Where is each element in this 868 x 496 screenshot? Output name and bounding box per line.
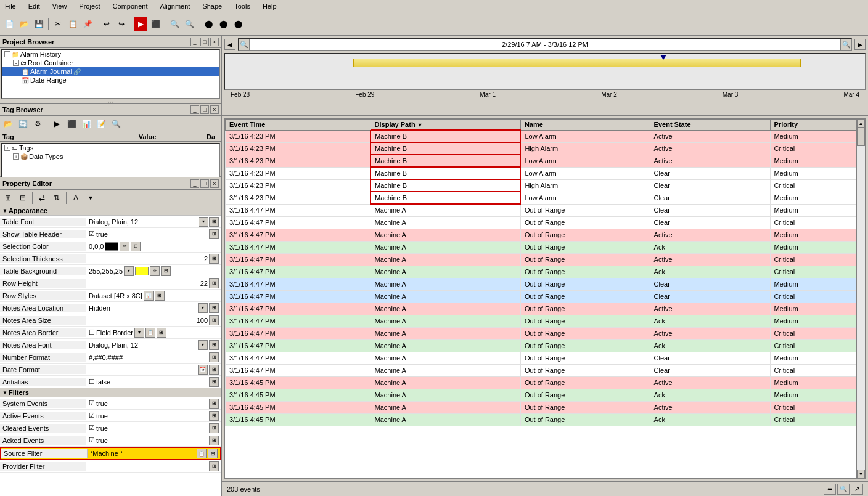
align-left-btn[interactable]: ⬤ (202, 17, 215, 31)
search-zoom-icon[interactable]: 🔍 (840, 39, 851, 50)
acked-events-action[interactable]: ⊞ (209, 436, 219, 445)
expand-alarm-history[interactable]: - (4, 51, 10, 57)
table-row[interactable]: 3/1/16 4:45 PMMachine AOut of RangeAckMe… (226, 389, 856, 401)
th-priority[interactable]: Priority (770, 120, 856, 131)
tree-item-root-container[interactable]: - 🗂 Root Container (2, 59, 219, 67)
prop-tb-4[interactable]: ⇅ (50, 191, 63, 205)
tag-tb-4[interactable]: ▶ (50, 117, 63, 131)
prop-value[interactable]: ⊞ (86, 461, 221, 472)
table-row[interactable]: 3/1/16 4:47 PMMachine AOut of RangeActiv… (226, 229, 856, 241)
menu-tools[interactable]: Tools (232, 2, 253, 10)
notes-border-edit[interactable]: 📋 (145, 328, 155, 338)
prop-value[interactable]: ☑ true ⊞ (86, 398, 221, 409)
tree-item-alarm-history[interactable]: - 📁 Alarm History (2, 50, 219, 59)
table-container[interactable]: Event Time Display Path ▼ Name Event Sta… (225, 119, 856, 478)
panel-minimize-btn[interactable]: _ (190, 38, 199, 46)
notes-border-action[interactable]: ⊞ (157, 328, 166, 338)
tag-tb-6[interactable]: 📊 (80, 117, 93, 131)
color-swatch[interactable] (105, 242, 118, 251)
table-row[interactable]: 3/1/16 4:23 PMMachine BHigh AlarmClearCr… (226, 179, 856, 192)
timeline-forward-btn[interactable]: ▶ (854, 39, 866, 50)
menu-shape[interactable]: Shape (200, 2, 224, 10)
prop-value[interactable]: 100 ⊞ (86, 315, 221, 326)
panel-close-btn[interactable]: × (210, 38, 219, 46)
prop-value[interactable]: 📅 ⊞ (86, 364, 221, 375)
menu-view[interactable]: View (50, 2, 70, 10)
prop-value[interactable]: 0,0,0 ✏ ⊞ (86, 241, 221, 252)
table-row[interactable]: 3/1/16 4:47 PMMachine AOut of RangeClear… (226, 216, 856, 229)
color-action-btn[interactable]: ⊞ (131, 242, 141, 251)
save-btn[interactable]: 💾 (32, 17, 46, 31)
row-height-action[interactable]: ⊞ (209, 278, 219, 288)
prop-tb-2[interactable]: ⊟ (16, 191, 30, 205)
table-row[interactable]: 3/1/16 4:47 PMMachine AOut of RangeClear… (226, 352, 856, 364)
source-filter-edit[interactable]: 📋 (197, 449, 207, 458)
notes-border-checkbox[interactable]: ☐ (89, 328, 95, 336)
table-scrollbar[interactable]: ▲ ▼ (856, 119, 865, 478)
prop-value[interactable]: Hidden ▾ ⊞ (86, 303, 221, 314)
tag-item-tags[interactable]: + 🏷 Tags (2, 144, 219, 152)
undo-btn[interactable]: ↩ (100, 17, 113, 31)
active-events-checkbox[interactable]: ☑ (89, 412, 95, 420)
paste-btn[interactable]: 📌 (81, 17, 94, 31)
open-btn[interactable]: 📂 (17, 17, 31, 31)
scroll-down-btn[interactable]: ▼ (857, 470, 865, 478)
tag-tb-7[interactable]: 📝 (94, 117, 108, 131)
table-row[interactable]: 3/1/16 4:47 PMMachine AOut of RangeAckMe… (226, 315, 856, 327)
notes-location-dropdown[interactable]: ▾ (198, 303, 208, 313)
tag-tb-5[interactable]: ⬛ (65, 117, 78, 131)
prop-value[interactable]: *Machine * 📋 ⊞ (88, 448, 220, 459)
status-btn-3[interactable]: ↗ (851, 484, 863, 495)
prop-value[interactable]: ☑ true ⊞ (86, 423, 221, 434)
cleared-events-action[interactable]: ⊞ (209, 423, 219, 433)
table-row[interactable]: 3/1/16 4:47 PMMachine AOut of RangeActiv… (226, 253, 856, 266)
appearance-section[interactable]: ▼ Appearance (0, 206, 221, 216)
prop-value[interactable]: 2 ⊞ (86, 253, 221, 264)
prop-value[interactable]: ☑ true ⊞ (86, 435, 221, 446)
timeline-search[interactable]: 🔍 2/29/16 7 AM - 3/3/16 12 PM 🔍 (238, 38, 852, 51)
expand-root[interactable]: - (13, 60, 19, 66)
tag-item-datatypes[interactable]: + 📦 Data Types (2, 152, 219, 161)
prop-float-btn[interactable]: □ (200, 179, 209, 188)
prop-value[interactable]: ☐ Field Border ▾ 📋 ⊞ (86, 327, 221, 338)
cut-btn[interactable]: ✂ (51, 17, 65, 31)
date-format-action[interactable]: ⊞ (209, 365, 219, 375)
copy-btn[interactable]: 📋 (66, 17, 80, 31)
tree-item-date-range[interactable]: 📅 Date Range (2, 76, 219, 84)
table-row[interactable]: 3/1/16 4:45 PMMachine AOut of RangeActiv… (226, 401, 856, 413)
table-row[interactable]: 3/1/16 4:23 PMMachine BHigh AlarmActiveC… (226, 142, 856, 155)
scroll-thumb[interactable] (857, 128, 865, 146)
menu-help[interactable]: Help (260, 2, 279, 10)
show-header-action[interactable]: ⊞ (209, 229, 219, 239)
table-row[interactable]: 3/1/16 4:45 PMMachine AOut of RangeActiv… (226, 376, 856, 389)
tag-close-btn[interactable]: × (210, 105, 219, 114)
status-btn-1[interactable]: ⬅ (824, 484, 836, 495)
prop-tb-3[interactable]: ⇄ (35, 191, 49, 205)
bg-edit-btn[interactable]: ✏ (150, 266, 160, 276)
th-event-state[interactable]: Event State (650, 120, 770, 131)
cursor-marker[interactable] (660, 55, 666, 73)
notes-font-dropdown[interactable]: ▾ (198, 340, 208, 350)
table-row[interactable]: 3/1/16 4:47 PMMachine AOut of RangeAckCr… (226, 339, 856, 352)
scroll-track[interactable] (857, 128, 865, 470)
prop-tb-6[interactable]: ▾ (84, 191, 97, 205)
prop-value[interactable]: ☑ true ⊞ (86, 410, 221, 421)
tag-tb-1[interactable]: 📂 (1, 117, 15, 131)
notes-size-action[interactable]: ⊞ (209, 315, 219, 325)
antialias-checkbox[interactable]: ☐ (89, 378, 95, 386)
redo-btn[interactable]: ↪ (115, 17, 128, 31)
prop-tb-1[interactable]: ⊞ (1, 191, 15, 205)
tag-tb-8[interactable]: 🔍 (109, 117, 123, 131)
prop-close-btn[interactable]: × (210, 179, 219, 188)
table-row[interactable]: 3/1/16 4:23 PMMachine BLow AlarmActiveMe… (226, 155, 856, 167)
source-filter-action[interactable]: ⊞ (208, 449, 218, 458)
system-events-checkbox[interactable]: ☑ (89, 399, 95, 407)
table-row[interactable]: 3/1/16 4:45 PMMachine AOut of RangeAckCr… (226, 413, 856, 426)
align-right-btn[interactable]: ⬤ (231, 17, 245, 31)
tag-minimize-btn[interactable]: _ (190, 105, 199, 114)
align-center-btn[interactable]: ⬤ (216, 17, 230, 31)
menu-component[interactable]: Component (110, 2, 150, 10)
number-format-action[interactable]: ⊞ (209, 352, 219, 362)
row-styles-edit[interactable]: 📊 (144, 291, 154, 301)
expand-tags[interactable]: + (4, 145, 10, 151)
